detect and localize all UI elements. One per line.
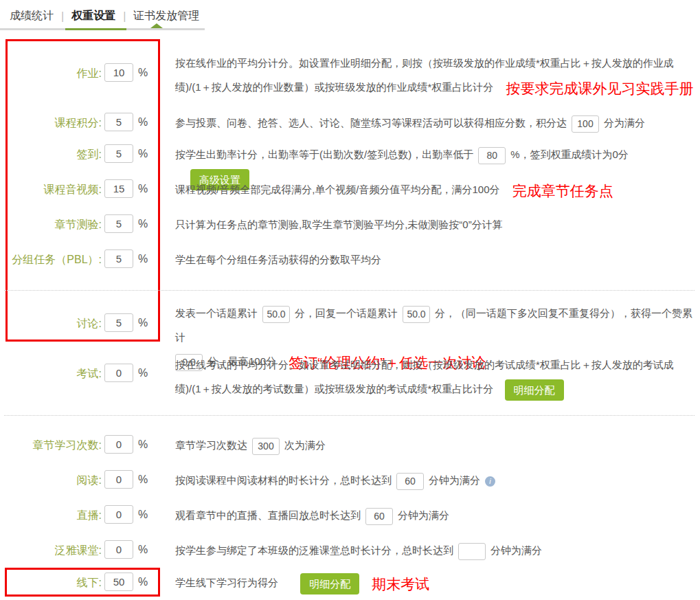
percent-sign: % — [138, 218, 148, 230]
fanya-desc-a: 按学生参与绑定了本班级的泛雅课堂总时长计分，总时长达到 — [175, 544, 453, 556]
reading-description: 按阅读课程中阅读材料的时长计分，总时长达到分钟为满分i — [175, 468, 699, 492]
discussion-weight-input[interactable] — [104, 313, 133, 332]
course-points-weight-input[interactable] — [104, 113, 133, 131]
reading-desc-b: 分钟为满分 — [429, 474, 480, 486]
exam-detail-allocation-button[interactable]: 明细分配 — [505, 379, 564, 401]
course-video-annotation: 完成章节任务点 — [512, 183, 613, 199]
row-label-fanya: 泛雅课堂: — [0, 544, 102, 558]
percent-sign: % — [138, 116, 148, 129]
live-desc-a: 观看章节中的直播、直播回放总时长达到 — [175, 509, 361, 521]
discussion-desc-a: 发表一个话题累计 — [175, 307, 258, 319]
signin-desc-b: %，签到权重成绩计为0分 — [510, 148, 629, 160]
offline-detail-allocation-button[interactable]: 明细分配 — [300, 573, 359, 595]
signin-desc-a: 按学生出勤率计分，出勤率等于(出勤次数/签到总数)，出勤率低于 — [175, 148, 473, 160]
fanya-desc-b: 分钟为满分 — [490, 544, 542, 556]
weight-settings-page: 成绩统计 | 权重设置 | 证书发放管理 作业: % 按在线作业的平均分计分。如… — [0, 0, 700, 600]
course-points-description: 参与投票、问卷、抢答、选人、讨论、随堂练习等课程活动可以获得相应分数，积分达分为… — [175, 111, 699, 135]
row-label-exam: 考试: — [0, 367, 102, 381]
chapter-quiz-description: 只计算为任务点的章节测验,取学生章节测验平均分,未做测验按“0”分计算 — [175, 212, 699, 236]
exam-weight-input[interactable] — [104, 364, 133, 382]
offline-annotation: 期末考试 — [372, 576, 429, 592]
tab-underline — [0, 28, 205, 30]
percent-sign: % — [138, 317, 148, 329]
row-label-chapter-visits: 章节学习次数: — [0, 438, 102, 453]
chapter-quiz-description-text: 只计算为任务点的章节测验,取学生章节测验平均分,未做测验按“0”分计算 — [175, 219, 503, 230]
attendance-threshold-input[interactable] — [478, 147, 506, 164]
tab-grade-statistics[interactable]: 成绩统计 — [10, 9, 54, 23]
row-label-offline: 线下: — [0, 576, 102, 590]
points-full-score-input[interactable] — [572, 115, 599, 133]
group-task-weight-input[interactable] — [104, 249, 133, 268]
chapter-visits-desc-a: 章节学习次数达 — [175, 439, 247, 451]
course-video-weight-input[interactable] — [104, 179, 133, 198]
fanya-description: 按学生参与绑定了本班级的泛雅课堂总时长计分，总时长达到分钟为满分 — [175, 538, 699, 562]
exam-description-text: 按在线考试的平均分计分。如设置考试明细分配，则按（按班级发放的考试成绩*权重占比… — [175, 359, 674, 395]
chapter-visits-weight-input[interactable] — [104, 435, 133, 454]
reading-desc-a: 按阅读课程中阅读材料的时长计分，总时长达到 — [175, 474, 392, 486]
group-task-description-text: 学生在每个分组任务活动获得的分数取平均分 — [175, 254, 381, 265]
fanya-weight-input[interactable] — [104, 540, 133, 559]
row-label-chapter-quiz: 章节测验: — [0, 218, 102, 232]
row-label-course-video: 课程音视频: — [0, 183, 102, 197]
info-icon[interactable]: i — [485, 476, 495, 487]
row-label-discussion: 讨论: — [0, 317, 102, 331]
course-points-desc-a: 参与投票、问卷、抢答、选人、讨论、随堂练习等课程活动可以获得相应分数，积分达 — [175, 117, 567, 129]
percent-sign: % — [138, 576, 148, 588]
course-points-desc-b: 分为满分 — [604, 117, 645, 129]
dotted-divider — [4, 290, 695, 291]
active-tab-caret-icon — [150, 23, 163, 28]
fanya-minutes-input[interactable] — [458, 543, 486, 560]
dotted-divider — [4, 415, 695, 416]
exam-description: 按在线考试的平均分计分。如设置考试明细分配，则按（按班级发放的考试成绩*权重占比… — [175, 353, 699, 401]
live-weight-input[interactable] — [104, 505, 133, 524]
tab-bar: 成绩统计 | 权重设置 | 证书发放管理 — [10, 9, 199, 23]
topic-score-input[interactable] — [262, 306, 290, 323]
tab-certificate-management[interactable]: 证书发放管理 — [133, 9, 199, 23]
percent-sign: % — [138, 67, 148, 79]
signin-weight-input[interactable] — [104, 144, 133, 163]
course-video-description-text: 课程视频/音频全部完成得满分,单个视频/音频分值平均分配，满分100分 — [175, 184, 500, 195]
group-task-description: 学生在每个分组任务活动获得的分数取平均分 — [175, 247, 699, 271]
percent-sign: % — [138, 367, 148, 379]
homework-weight-input[interactable] — [104, 63, 133, 82]
course-video-description: 课程视频/音频全部完成得满分,单个视频/音频分值平均分配，满分100分 完成章节… — [175, 177, 699, 203]
reply-score-input[interactable] — [403, 306, 430, 323]
live-minutes-input[interactable] — [365, 508, 393, 525]
percent-sign: % — [138, 474, 148, 486]
tab-weight-settings[interactable]: 权重设置 — [71, 9, 115, 23]
offline-description-text: 学生线下学习行为得分 — [175, 577, 278, 588]
percent-sign: % — [138, 544, 148, 556]
row-label-signin: 签到: — [0, 148, 102, 162]
percent-sign: % — [138, 183, 148, 195]
percent-sign: % — [138, 253, 148, 265]
percent-sign: % — [138, 148, 148, 160]
tab-separator: | — [61, 10, 64, 23]
chapter-visits-target-input[interactable] — [252, 438, 280, 455]
homework-description: 按在线作业的平均分计分。如设置作业明细分配，则按（按班级发放的作业成绩*权重占比… — [175, 51, 699, 100]
active-tab-underline — [65, 28, 126, 30]
row-label-course-points: 课程积分: — [0, 116, 102, 131]
live-desc-b: 分钟为满分 — [398, 509, 449, 521]
chapter-visits-description: 章节学习次数达次为满分 — [175, 433, 699, 457]
discussion-desc-b: 分，回复一个话题累计 — [295, 307, 398, 319]
reading-weight-input[interactable] — [104, 470, 133, 489]
row-label-reading: 阅读: — [0, 474, 102, 488]
percent-sign: % — [138, 438, 148, 451]
row-label-group-task: 分组任务（PBL）: — [0, 253, 102, 267]
live-description: 观看章节中的直播、直播回放总时长达到分钟为满分 — [175, 503, 699, 527]
percent-sign: % — [138, 509, 148, 521]
chapter-visits-desc-b: 次为满分 — [284, 439, 326, 451]
offline-description: 学生线下学习行为得分 明细分配 期末考试 — [175, 570, 699, 596]
row-label-homework: 作业: — [0, 67, 102, 81]
reading-minutes-input[interactable] — [396, 473, 424, 490]
offline-weight-input[interactable] — [104, 573, 133, 591]
tab-separator: | — [123, 10, 126, 23]
chapter-quiz-weight-input[interactable] — [104, 214, 133, 233]
row-label-live: 直播: — [0, 509, 102, 523]
homework-annotation: 按要求完成课外见习实践手册 — [506, 80, 694, 96]
